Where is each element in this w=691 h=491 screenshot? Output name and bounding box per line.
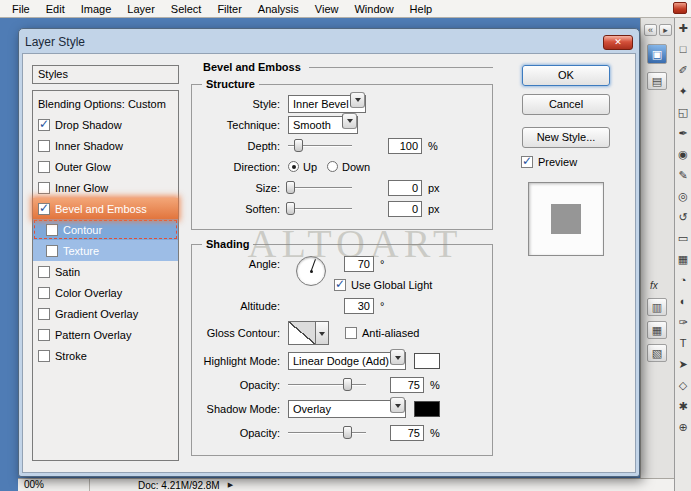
- status-menu-arrow-icon[interactable]: ▶: [228, 481, 233, 489]
- use-global-light-checkbox[interactable]: [334, 279, 346, 291]
- pattern-overlay-checkbox[interactable]: [38, 329, 50, 341]
- close-icon[interactable]: ✕: [603, 35, 633, 50]
- gradient-overlay-checkbox[interactable]: [38, 308, 50, 320]
- chevron-down-icon[interactable]: [342, 113, 357, 129]
- info-panel-icon[interactable]: ▧: [647, 344, 667, 362]
- direction-down-radio[interactable]: [327, 161, 338, 172]
- new-style-button[interactable]: New Style...: [522, 127, 610, 148]
- channels-panel-icon[interactable]: ▦: [647, 321, 667, 339]
- style-item-texture[interactable]: Texture: [33, 240, 178, 261]
- satin-checkbox[interactable]: [38, 266, 50, 278]
- depth-slider[interactable]: [288, 139, 352, 153]
- direction-up-radio[interactable]: [288, 161, 299, 172]
- menu-select[interactable]: Select: [163, 1, 210, 17]
- color-overlay-checkbox[interactable]: [38, 287, 50, 299]
- eyedropper-tool-icon[interactable]: ✒: [676, 126, 691, 140]
- shadow-opacity-slider[interactable]: [288, 426, 366, 440]
- menu-file[interactable]: File: [4, 1, 38, 17]
- style-dropdown[interactable]: Inner Bevel: [288, 95, 366, 113]
- stroke-checkbox[interactable]: [38, 350, 50, 362]
- type-tool-icon[interactable]: T: [676, 336, 691, 350]
- gradient-tool-icon[interactable]: ▦: [676, 252, 691, 266]
- menu-layer[interactable]: Layer: [119, 1, 163, 17]
- angle-input[interactable]: 70: [344, 256, 374, 272]
- depth-input[interactable]: 100: [388, 138, 422, 154]
- zoom-level-field[interactable]: 00%: [18, 479, 90, 491]
- brush-tool-icon[interactable]: ✎: [676, 168, 691, 182]
- technique-dropdown[interactable]: Smooth: [288, 116, 358, 134]
- style-item-drop-shadow[interactable]: Drop Shadow: [33, 114, 178, 135]
- inner-glow-checkbox[interactable]: [38, 182, 50, 194]
- highlight-mode-dropdown[interactable]: Linear Dodge (Add): [288, 352, 406, 370]
- style-item-pattern-overlay[interactable]: Pattern Overlay: [33, 324, 178, 345]
- depth-slider-thumb[interactable]: [294, 139, 303, 152]
- expand-dock-icon[interactable]: ▸: [659, 24, 672, 36]
- highlight-opacity-thumb[interactable]: [343, 378, 352, 391]
- style-item-gradient-overlay[interactable]: Gradient Overlay: [33, 303, 178, 324]
- preview-checkbox[interactable]: [521, 156, 533, 168]
- style-item-outer-glow[interactable]: Outer Glow: [33, 156, 178, 177]
- style-item-stroke[interactable]: Stroke: [33, 345, 178, 366]
- shadow-opacity-thumb[interactable]: [343, 426, 352, 439]
- style-item-bevel-and-emboss[interactable]: Bevel and Emboss: [33, 198, 178, 219]
- angle-dial[interactable]: [296, 256, 326, 286]
- hand-tool-icon[interactable]: ✱: [676, 399, 691, 413]
- chevron-down-icon[interactable]: [315, 322, 328, 344]
- path-selection-tool-icon[interactable]: ➤: [676, 357, 691, 371]
- menu-edit[interactable]: Edit: [38, 1, 73, 17]
- highlight-opacity-input[interactable]: 75: [390, 377, 424, 393]
- healing-brush-tool-icon[interactable]: ◉: [676, 147, 691, 161]
- chevron-down-icon[interactable]: [350, 92, 365, 108]
- blur-tool-icon[interactable]: ◔: [676, 273, 691, 287]
- dock-close-icon[interactable]: [673, 2, 687, 14]
- shadow-mode-dropdown[interactable]: Overlay: [288, 400, 406, 418]
- color-panel-icon[interactable]: ▣: [647, 44, 667, 64]
- quick-selection-tool-icon[interactable]: ✦: [676, 84, 691, 98]
- gloss-contour-picker[interactable]: [288, 321, 329, 345]
- chevron-down-icon[interactable]: [390, 397, 405, 413]
- shadow-opacity-input[interactable]: 75: [390, 425, 424, 441]
- crop-tool-icon[interactable]: ◱: [676, 105, 691, 119]
- menu-view[interactable]: View: [307, 1, 347, 17]
- clone-stamp-tool-icon[interactable]: ◎: [676, 189, 691, 203]
- drop-shadow-checkbox[interactable]: [38, 119, 50, 131]
- shape-tool-icon[interactable]: ◇: [676, 378, 691, 392]
- style-item-color-overlay[interactable]: Color Overlay: [33, 282, 178, 303]
- style-item-contour[interactable]: Contour: [33, 219, 178, 240]
- history-panel-icon[interactable]: ▤: [647, 72, 667, 90]
- menu-help[interactable]: Help: [402, 1, 441, 17]
- shadow-color-swatch[interactable]: [414, 401, 440, 417]
- menu-image[interactable]: Image: [73, 1, 120, 17]
- size-slider-thumb[interactable]: [286, 181, 295, 194]
- ok-button[interactable]: OK: [522, 65, 610, 86]
- soften-input[interactable]: 0: [388, 201, 422, 217]
- contour-checkbox[interactable]: [46, 224, 58, 236]
- soften-slider-thumb[interactable]: [286, 202, 295, 215]
- layers-panel-icon[interactable]: ▥: [647, 298, 667, 316]
- texture-checkbox[interactable]: [46, 245, 58, 257]
- style-item-inner-glow[interactable]: Inner Glow: [33, 177, 178, 198]
- cancel-button[interactable]: Cancel: [522, 94, 610, 115]
- lasso-tool-icon[interactable]: ✐: [676, 63, 691, 77]
- chevron-down-icon[interactable]: [390, 349, 405, 365]
- size-slider[interactable]: [288, 181, 352, 195]
- dialog-titlebar[interactable]: Layer Style ✕: [22, 32, 636, 52]
- eraser-tool-icon[interactable]: ▭: [676, 231, 691, 245]
- pen-tool-icon[interactable]: ✑: [676, 315, 691, 329]
- menu-filter[interactable]: Filter: [209, 1, 249, 17]
- collapse-dock-icon[interactable]: «: [644, 24, 657, 36]
- style-item-blending-options[interactable]: Blending Options: Custom: [33, 93, 178, 114]
- zoom-tool-icon[interactable]: ⊕: [676, 420, 691, 434]
- outer-glow-checkbox[interactable]: [38, 161, 50, 173]
- highlight-opacity-slider[interactable]: [288, 378, 366, 392]
- bevel-and-emboss-checkbox[interactable]: [38, 203, 50, 215]
- menu-analysis[interactable]: Analysis: [250, 1, 307, 17]
- style-item-inner-shadow[interactable]: Inner Shadow: [33, 135, 178, 156]
- history-brush-tool-icon[interactable]: ↺: [676, 210, 691, 224]
- marquee-tool-icon[interactable]: □: [676, 42, 691, 56]
- anti-aliased-checkbox[interactable]: [345, 327, 357, 339]
- style-item-satin[interactable]: Satin: [33, 261, 178, 282]
- dodge-tool-icon[interactable]: ◐: [676, 294, 691, 308]
- menu-window[interactable]: Window: [346, 1, 401, 17]
- soften-slider[interactable]: [288, 202, 352, 216]
